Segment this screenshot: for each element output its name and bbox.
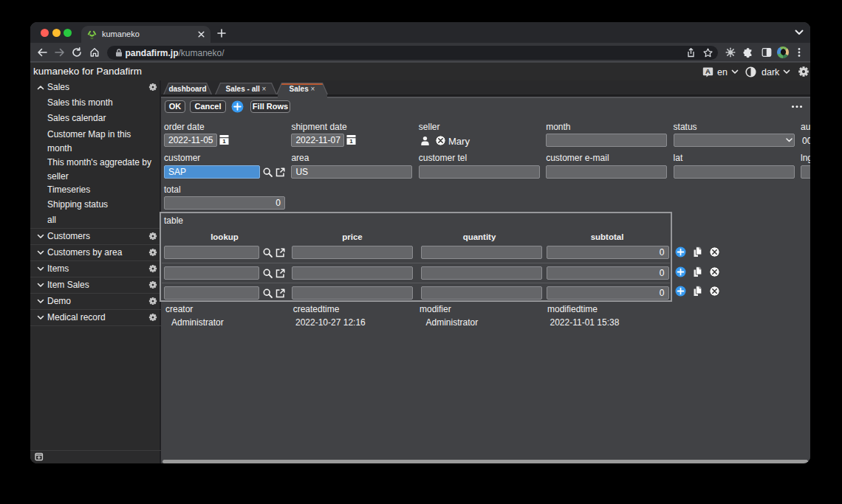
svg-text:1: 1 xyxy=(349,138,353,145)
svg-text:1: 1 xyxy=(222,138,226,145)
svg-text:A: A xyxy=(705,67,711,75)
